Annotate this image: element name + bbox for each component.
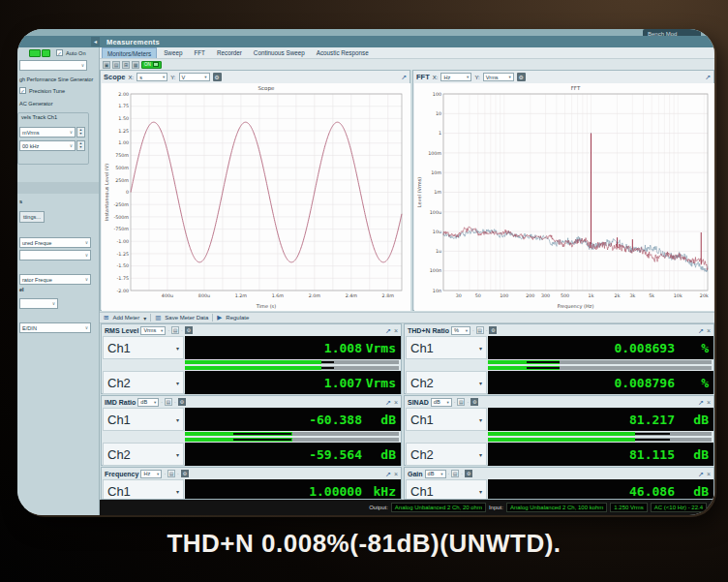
svg-text:750m: 750m (115, 153, 129, 158)
meter-popout-icon[interactable]: ↗ (698, 399, 704, 406)
collapse-sidebar-icon[interactable]: ◂ (91, 37, 100, 46)
secondary-dropdown[interactable]: ∨ (19, 250, 91, 260)
tab-sweep[interactable]: Sweep (159, 47, 187, 58)
meter-popout-icon[interactable]: ↗ (698, 471, 704, 477)
generator-type-dropdown[interactable]: ∨ (19, 60, 87, 71)
levels-track-label: vels Track Ch1 (21, 114, 57, 120)
measured-frequency-dropdown[interactable]: ured Freque∨ (19, 237, 91, 248)
coupling-badge[interactable]: AC (<10 Hz) - 22.4 (651, 503, 707, 512)
auto-on-checkbox[interactable]: ✓ (56, 49, 63, 56)
channel-selector[interactable]: Ch2▾ (103, 371, 184, 394)
svg-text:-2.00: -2.00 (117, 289, 129, 293)
meter-display-icon[interactable]: ▤ (165, 398, 172, 406)
add-meter-button[interactable]: Add Meter (112, 315, 139, 321)
regulate-button[interactable]: Regulate (226, 315, 249, 321)
meter-settings-gear-icon[interactable]: ⚙ (489, 326, 497, 334)
scope-y-unit-dropdown[interactable]: V▾ (179, 73, 210, 81)
channel-selector[interactable]: Ch1▾ (406, 336, 487, 359)
frequency-value-dropdown[interactable]: 00 kHz∨ (19, 140, 76, 151)
level-value-dropdown[interactable]: mVrms∨ (19, 127, 76, 138)
add-meter-dropdown-arrow[interactable]: ▾ (143, 315, 146, 322)
meter-settings-gear-icon[interactable]: ⚙ (181, 470, 189, 477)
grid-icon[interactable]: ▤ (112, 61, 120, 69)
input-config-badge[interactable]: Analog Unbalanced 2 Ch, 100 kohm (506, 503, 607, 512)
frequency-stepper[interactable]: ▲▼ (76, 140, 85, 151)
channel-selector[interactable]: Ch1▾ (103, 479, 184, 500)
scope-panel-title: Scope (104, 73, 126, 81)
meter-display-icon[interactable]: ▤ (476, 326, 484, 334)
channel-selector[interactable]: Ch2▾ (406, 443, 487, 466)
generator-on-button[interactable]: ON (141, 61, 162, 69)
channel-selector[interactable]: Ch1▾ (103, 336, 184, 359)
meter-unit-dropdown[interactable]: Vrms▾ (140, 326, 166, 335)
svg-text:100n: 100n (430, 268, 441, 273)
channel-selector[interactable]: Ch2▾ (103, 443, 184, 466)
meter-close-icon[interactable]: × (707, 471, 711, 477)
meter-close-icon[interactable]: × (707, 399, 711, 406)
fft-settings-gear-icon[interactable]: ⚙ (517, 73, 526, 81)
meter-display-icon[interactable]: ▤ (457, 398, 465, 406)
channel-dropdown[interactable]: ∨ (19, 298, 58, 309)
fft-chart[interactable]: FFT100101100m10m1m100u10u1u100n10n305010… (414, 83, 714, 311)
tab-monitors-meters[interactable]: Monitors/Meters (102, 47, 157, 58)
generator-on-toggle[interactable] (29, 49, 50, 57)
save-meter-data-button[interactable]: Save Meter Data (165, 315, 208, 321)
meter-close-icon[interactable]: × (394, 399, 398, 406)
meter-popout-icon[interactable]: ↗ (385, 399, 391, 406)
meter-panel-sinad: SINAD dB▾ · ▤ · ⚙ ↗ × Ch1▾ (404, 395, 714, 466)
meter-display-icon[interactable]: ▤ (171, 326, 179, 334)
meter-unit-dropdown[interactable]: dB▾ (431, 398, 452, 407)
svg-text:100u: 100u (430, 210, 441, 215)
channel-selector[interactable]: Ch1▾ (406, 408, 487, 431)
weighting-filter-dropdown[interactable]: E/DIN∨ (19, 322, 91, 333)
precision-tune-checkbox[interactable]: ✓ (19, 87, 26, 94)
fft-x-unit-dropdown[interactable]: Hz▾ (440, 73, 471, 81)
svg-text:10n: 10n (433, 289, 441, 293)
meter-settings-gear-icon[interactable]: ⚙ (178, 398, 186, 406)
meter-title: THD+N Ratio (408, 327, 449, 334)
meter-display-icon[interactable]: ▤ (451, 470, 459, 477)
meter-unit-dropdown[interactable]: %▾ (451, 326, 470, 335)
add-panel-icon[interactable]: ⊞ (122, 61, 130, 69)
meter-close-icon[interactable]: × (394, 471, 398, 477)
meter-settings-gear-icon[interactable]: ⚙ (185, 326, 193, 334)
meter-title: IMD Ratio (105, 399, 136, 406)
auto-on-label: Auto On (66, 50, 86, 56)
meter-close-icon[interactable]: × (394, 327, 398, 334)
layout-icon[interactable]: ▣ (103, 61, 110, 69)
output-config-badge[interactable]: Analog Unbalanced 2 Ch, 20 ohm (391, 503, 486, 512)
scope-popout-icon[interactable]: ↗ (401, 74, 407, 80)
tab-recorder[interactable]: Recorder (212, 47, 247, 58)
svg-text:200: 200 (526, 293, 534, 298)
fft-y-unit-dropdown[interactable]: Vrms▾ (483, 73, 514, 81)
meter-popout-icon[interactable]: ↗ (385, 471, 391, 477)
svg-text:1: 1 (439, 131, 441, 136)
generator-frequency-dropdown[interactable]: rator Freque∨ (19, 274, 91, 285)
settings-button[interactable]: ttings... (19, 211, 45, 223)
meter-close-icon[interactable]: × (707, 327, 711, 334)
arrange-icon[interactable]: ▦ (132, 61, 139, 69)
meter-unit-dropdown[interactable]: dB▾ (425, 470, 446, 478)
meter-unit-dropdown[interactable]: dB▾ (137, 398, 159, 407)
svg-text:-1.50: -1.50 (117, 263, 129, 268)
level-stepper[interactable]: ▲▼ (76, 127, 85, 138)
scope-settings-gear-icon[interactable]: ⚙ (213, 73, 222, 81)
channel-selector[interactable]: Ch1▾ (103, 408, 184, 431)
scope-x-unit-dropdown[interactable]: s▾ (136, 73, 167, 81)
tab-continuous-sweep[interactable]: Continuous Sweep (249, 47, 310, 58)
meter-settings-gear-icon[interactable]: ⚙ (465, 470, 472, 477)
meter-settings-gear-icon[interactable]: ⚙ (470, 398, 478, 406)
fft-popout-icon[interactable]: ↗ (705, 74, 711, 80)
meter-popout-icon[interactable]: ↗ (698, 327, 704, 334)
meter-display-icon[interactable]: ▤ (167, 470, 175, 477)
channel-selector[interactable]: Ch2▾ (406, 371, 487, 394)
svg-text:1k: 1k (589, 293, 594, 298)
meter-popout-icon[interactable]: ↗ (385, 327, 391, 334)
tab-fft[interactable]: FFT (189, 47, 210, 58)
svg-text:10u: 10u (433, 230, 441, 234)
channel-selector[interactable]: Ch1▾ (406, 479, 487, 500)
input-range-badge[interactable]: 1.250 Vrms (610, 503, 647, 512)
meter-unit-dropdown[interactable]: Hz▾ (140, 470, 162, 478)
tab-acoustic-response[interactable]: Acoustic Response (312, 47, 374, 58)
scope-chart[interactable]: Scope2.001.751.501.251.00750m500m250m0-2… (102, 83, 410, 311)
